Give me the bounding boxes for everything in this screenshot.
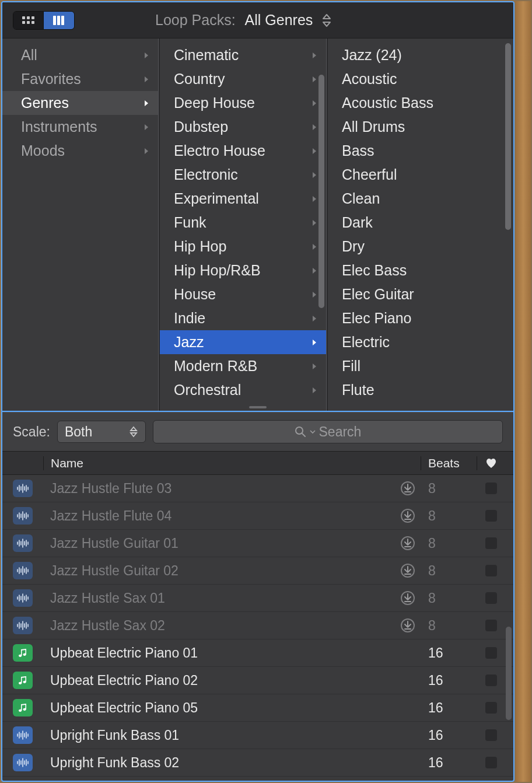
header-name-column[interactable]: Name — [43, 456, 421, 470]
favorite-checkbox[interactable] — [485, 757, 497, 768]
header-favorite-column[interactable] — [477, 458, 505, 469]
favorite-checkbox[interactable] — [485, 702, 497, 714]
browser-item-label: Indie — [174, 310, 310, 327]
svg-rect-1 — [27, 16, 30, 19]
browser-item[interactable]: Fill — [327, 354, 513, 378]
row-icon-cell — [2, 644, 43, 662]
row-favorite-cell[interactable] — [477, 537, 505, 549]
browser-item[interactable]: Jazz — [159, 330, 327, 354]
view-mode-segment — [13, 11, 75, 30]
table-row[interactable]: Jazz Hustle Sax 018 — [2, 585, 513, 612]
browser-item[interactable]: Orchestral — [159, 378, 327, 402]
table-row[interactable]: Jazz Hustle Guitar 028 — [2, 557, 513, 585]
table-scrollbar[interactable] — [506, 627, 512, 720]
browser-item[interactable]: Dubstep — [159, 115, 327, 139]
table-row[interactable]: Upbeat Electric Piano 0516 — [2, 694, 513, 722]
favorite-checkbox[interactable] — [485, 674, 497, 686]
browser-item[interactable]: Favorites — [2, 67, 159, 91]
browser-item[interactable]: Hip Hop/R&B — [159, 258, 327, 282]
row-name-cell: Upbeat Electric Piano 01 — [43, 645, 421, 661]
header-beats-column[interactable]: Beats — [421, 456, 477, 470]
table-row[interactable]: Jazz Hustle Flute 048 — [2, 502, 513, 530]
browser-item[interactable]: Jazz (24) — [327, 43, 513, 67]
favorite-checkbox[interactable] — [485, 537, 497, 549]
row-favorite-cell[interactable] — [477, 620, 505, 631]
svg-rect-0 — [22, 16, 25, 19]
row-favorite-cell[interactable] — [477, 510, 505, 522]
row-favorite-cell[interactable] — [477, 702, 505, 714]
browser-item[interactable]: Genres — [2, 91, 159, 115]
download-icon[interactable] — [400, 618, 415, 633]
browser-item[interactable]: Electronic — [159, 163, 327, 187]
table-row[interactable]: Upright Funk Bass 0216 — [2, 749, 513, 777]
browser-item[interactable]: Modern R&B — [159, 354, 327, 378]
svg-rect-6 — [53, 16, 56, 25]
browser-item[interactable]: Instruments — [2, 115, 159, 139]
favorite-checkbox[interactable] — [485, 565, 497, 576]
browser-item[interactable]: Bass — [327, 139, 513, 163]
browser-item[interactable]: All — [2, 43, 159, 67]
browser-item[interactable]: Dry — [327, 235, 513, 258]
view-mode-column-button[interactable] — [44, 12, 74, 29]
download-icon[interactable] — [400, 590, 415, 606]
table-row[interactable]: Jazz Hustle Guitar 018 — [2, 530, 513, 557]
row-favorite-cell[interactable] — [477, 729, 505, 741]
browser-item[interactable]: Elec Bass — [327, 258, 513, 282]
browser-item[interactable]: Elec Piano — [327, 306, 513, 330]
browser-item[interactable]: Dark — [327, 211, 513, 235]
column-2-scrollbar[interactable] — [318, 75, 324, 308]
favorite-checkbox[interactable] — [485, 647, 497, 659]
download-icon[interactable] — [400, 481, 415, 496]
browser-item[interactable]: Indie — [159, 306, 327, 330]
loop-packs-stepper-icon[interactable] — [321, 13, 332, 27]
browser-resize-handle[interactable] — [249, 406, 267, 408]
table-row[interactable]: Upbeat Electric Piano 0116 — [2, 639, 513, 667]
row-favorite-cell[interactable] — [477, 757, 505, 768]
browser-item-label: All — [21, 47, 142, 64]
browser-item[interactable]: House — [159, 282, 327, 306]
browser-item[interactable]: Cheerful — [327, 163, 513, 187]
table-row[interactable]: Upbeat Electric Piano 0216 — [2, 667, 513, 694]
table-row[interactable]: Jazz Hustle Sax 028 — [2, 612, 513, 639]
browser-item[interactable]: Acoustic Bass — [327, 91, 513, 115]
download-icon[interactable] — [400, 508, 415, 523]
browser-item[interactable]: Deep House — [159, 91, 327, 115]
favorite-checkbox[interactable] — [485, 729, 497, 741]
browser-item[interactable]: Elec Guitar — [327, 282, 513, 306]
view-mode-grid-button[interactable] — [13, 12, 44, 29]
loop-packs-value[interactable]: All Genres — [245, 12, 313, 29]
svg-rect-8 — [61, 16, 64, 25]
column-3-scrollbar[interactable] — [505, 43, 511, 230]
browser-item[interactable]: All Drums — [327, 115, 513, 139]
column-view-icon — [53, 16, 65, 25]
browser-item[interactable]: Acoustic — [327, 67, 513, 91]
favorite-checkbox[interactable] — [485, 620, 497, 631]
download-icon[interactable] — [400, 563, 415, 578]
browser-item[interactable]: Clean — [327, 187, 513, 211]
wood-background — [516, 1, 531, 782]
browser-item[interactable]: Cinematic — [159, 43, 327, 67]
browser-item[interactable]: Country — [159, 67, 327, 91]
browser-item-label: Acoustic Bass — [342, 95, 505, 111]
favorite-checkbox[interactable] — [485, 483, 497, 494]
browser-item[interactable]: Flute — [327, 378, 513, 402]
row-favorite-cell[interactable] — [477, 565, 505, 576]
search-input[interactable]: Search — [153, 420, 503, 443]
favorite-checkbox[interactable] — [485, 510, 497, 522]
row-favorite-cell[interactable] — [477, 592, 505, 604]
favorite-checkbox[interactable] — [485, 592, 497, 604]
browser-item[interactable]: Electro House — [159, 139, 327, 163]
table-header: Name Beats — [2, 452, 513, 475]
scale-select[interactable]: Both — [57, 421, 146, 443]
row-favorite-cell[interactable] — [477, 647, 505, 659]
browser-item[interactable]: Funk — [159, 211, 327, 235]
browser-item[interactable]: Experimental — [159, 187, 327, 211]
browser-item[interactable]: Hip Hop — [159, 235, 327, 258]
row-favorite-cell[interactable] — [477, 483, 505, 494]
browser-item[interactable]: Moods — [2, 139, 159, 163]
download-icon[interactable] — [400, 536, 415, 551]
table-row[interactable]: Jazz Hustle Flute 038 — [2, 475, 513, 502]
table-row[interactable]: Upright Funk Bass 0116 — [2, 722, 513, 749]
row-favorite-cell[interactable] — [477, 674, 505, 686]
browser-item[interactable]: Electric — [327, 330, 513, 354]
